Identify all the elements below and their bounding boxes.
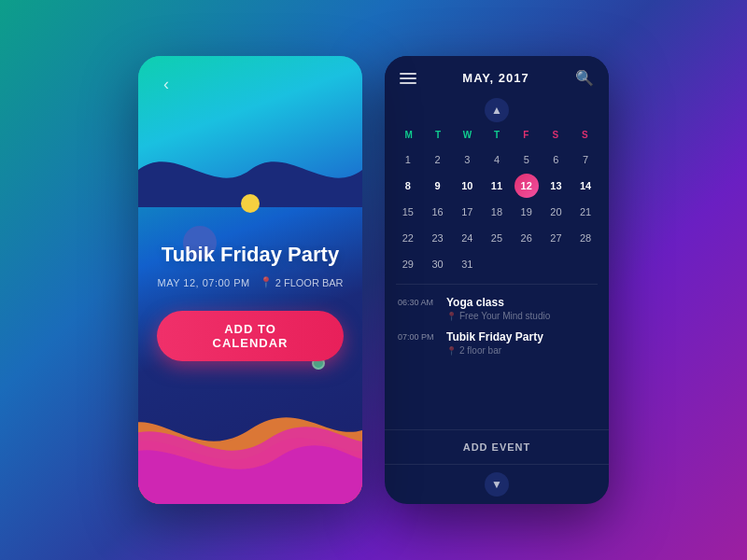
- event-meta: MAY 12, 07:00 PM 📍 2 FLOOR BAR: [157, 276, 343, 288]
- cal-date-26[interactable]: 26: [514, 226, 539, 250]
- add-event-button[interactable]: ADD EVENT: [385, 429, 609, 465]
- calendar-header: MAY, 2017 🔍: [385, 56, 609, 94]
- event-time-1: 07:00 PM: [398, 330, 437, 342]
- cal-date-6[interactable]: 6: [543, 147, 568, 172]
- day-header-t2: T: [482, 126, 511, 144]
- menu-bar-2: [400, 77, 416, 79]
- add-to-calendar-button[interactable]: ADD TO CALENDAR: [157, 311, 344, 361]
- cal-date-20[interactable]: 20: [543, 200, 568, 224]
- day-header-w: W: [453, 126, 482, 144]
- cal-date-1[interactable]: 1: [396, 147, 420, 172]
- back-button[interactable]: ‹: [153, 71, 179, 97]
- location-icon: 📍: [260, 276, 273, 288]
- event-details-0: Yoga class📍Free Your Mind studio: [446, 296, 550, 321]
- calendar-events: 06:30 AMYoga class📍Free Your Mind studio…: [385, 292, 609, 429]
- event-time-0: 06:30 AM: [398, 296, 437, 307]
- cal-date-21[interactable]: 21: [573, 200, 598, 224]
- calendar-grid: M T W T F S S 12345678910111213141516171…: [385, 126, 609, 276]
- day-header-t1: T: [423, 126, 452, 144]
- day-header-m: M: [394, 126, 423, 144]
- event-place-0: 📍Free Your Mind studio: [446, 311, 550, 321]
- day-header-f: F: [512, 126, 541, 144]
- pin-icon: 📍: [446, 346, 457, 356]
- cal-date-17[interactable]: 17: [455, 200, 479, 224]
- cal-date-12[interactable]: 12: [514, 174, 539, 198]
- nav-down-button[interactable]: ▼: [485, 472, 509, 497]
- search-icon[interactable]: 🔍: [575, 69, 594, 87]
- cal-date-19[interactable]: 19: [514, 200, 539, 224]
- event-item-1: 07:00 PMTubik Friday Party📍2 floor bar: [398, 330, 596, 356]
- cal-date-11[interactable]: 11: [485, 174, 509, 198]
- cal-date-18[interactable]: 18: [485, 200, 509, 224]
- cal-date-16[interactable]: 16: [426, 200, 450, 224]
- cal-date-31[interactable]: 31: [455, 252, 479, 276]
- menu-icon[interactable]: [400, 73, 416, 84]
- days-header: M T W T F S S: [394, 126, 599, 144]
- event-name-0: Yoga class: [446, 296, 550, 309]
- right-panel: MAY, 2017 🔍 ▲ M T W T F S S 123456789101…: [385, 56, 609, 504]
- cal-date-10[interactable]: 10: [455, 174, 479, 198]
- pin-icon: 📍: [446, 312, 457, 321]
- cal-date-22[interactable]: 22: [396, 226, 420, 250]
- day-header-s1: S: [541, 126, 570, 144]
- cal-date-27[interactable]: 27: [543, 226, 568, 250]
- cal-date-25[interactable]: 25: [485, 226, 509, 250]
- day-header-s2: S: [571, 126, 599, 144]
- cal-date-24[interactable]: 24: [455, 226, 479, 250]
- pink-wave: [138, 392, 362, 504]
- cal-date-2[interactable]: 2: [426, 147, 450, 172]
- event-name-1: Tubik Friday Party: [446, 330, 543, 343]
- cal-date-4[interactable]: 4: [485, 147, 509, 172]
- cal-date-3[interactable]: 3: [455, 147, 479, 172]
- cal-date-28[interactable]: 28: [573, 226, 598, 250]
- month-title: MAY, 2017: [462, 71, 529, 85]
- menu-bar-1: [400, 73, 416, 75]
- left-panel: ‹ Tubik Friday Party MAY 12, 07:00 PM 📍 …: [138, 56, 362, 504]
- cal-date-9[interactable]: 9: [426, 174, 450, 198]
- nav-up-container: ▲: [385, 94, 609, 126]
- event-details-1: Tubik Friday Party📍2 floor bar: [446, 330, 543, 356]
- nav-down-container: ▼: [385, 465, 609, 504]
- event-info: Tubik Friday Party MAY 12, 07:00 PM 📍 2 …: [138, 243, 362, 361]
- cal-date-15[interactable]: 15: [396, 200, 420, 224]
- event-location: 📍 2 FLOOR BAR: [260, 276, 344, 288]
- cal-date-14[interactable]: 14: [573, 174, 598, 198]
- cal-date-30[interactable]: 30: [426, 252, 450, 276]
- yellow-dot: [241, 194, 260, 213]
- cal-date-29[interactable]: 29: [396, 252, 420, 276]
- cal-date-13[interactable]: 13: [543, 174, 568, 198]
- menu-bar-3: [400, 82, 416, 84]
- event-item-0: 06:30 AMYoga class📍Free Your Mind studio: [398, 296, 596, 321]
- cal-date-8[interactable]: 8: [396, 174, 420, 198]
- event-title: Tubik Friday Party: [162, 243, 339, 267]
- event-date: MAY 12, 07:00 PM: [157, 277, 249, 288]
- cal-date-7[interactable]: 7: [573, 147, 598, 172]
- nav-up-button[interactable]: ▲: [485, 98, 509, 122]
- cal-date-5[interactable]: 5: [514, 147, 539, 172]
- cal-date-23[interactable]: 23: [426, 226, 450, 250]
- divider-1: [396, 284, 598, 285]
- calendar-dates: 1234567891011121314151617181920212223242…: [394, 147, 599, 276]
- event-place-1: 📍2 floor bar: [446, 345, 543, 356]
